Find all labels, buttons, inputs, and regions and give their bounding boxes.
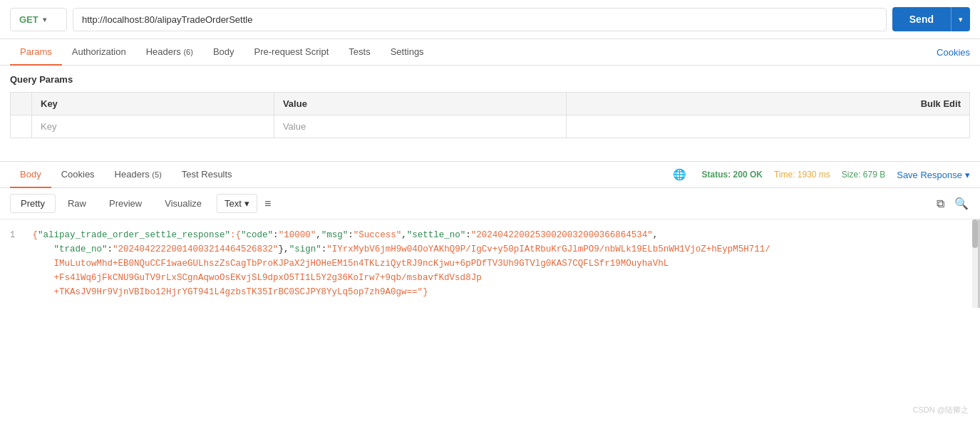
save-response-button[interactable]: Save Response ▾ [897,170,970,180]
format-bar: Pretty Raw Preview Visualize Text ▾ ≡ ⧉ … [0,188,980,219]
params-table: Key Value Bulk Edit Key Value [10,92,970,138]
checkbox-header [11,93,32,115]
code-line-1: 1 {"alipay_trade_order_settle_response":… [10,228,968,242]
format-bar-right: ⧉ 🔍 [935,195,970,212]
response-code-wrapper: 1 {"alipay_trade_order_settle_response":… [0,219,980,308]
send-dropdown-button[interactable]: ▾ [951,7,970,31]
code-line-3: IMuLutowMhd+EB0NQuCCF1waeGULhszZsCagTbPr… [10,257,968,271]
status-badge: Status: 200 OK [702,170,763,180]
save-response-chevron-icon: ▾ [965,170,970,180]
response-tabs-bar: Body Cookies Headers (5) Test Results 🌐 … [0,162,980,188]
text-type-label: Text [225,198,242,209]
search-button[interactable]: 🔍 [953,195,970,212]
code-content-3: IMuLutowMhd+EB0NQuCCF1waeGULhszZsCagTbPr… [33,257,669,271]
send-btn-group: Send ▾ [892,7,970,31]
table-row: Key Value [11,115,970,138]
code-content-5: +TKAsJV9Hr9VjnVBIbo12HjrYGT941L4gzbsTK35… [33,285,428,299]
method-label: GET [19,14,38,25]
response-headers-badge: (5) [152,170,161,179]
fmt-preview-button[interactable]: Preview [98,194,153,213]
cookies-link[interactable]: Cookies [937,47,970,58]
query-params-section: Query Params Key Value Bulk Edit Key Val… [0,66,980,147]
key-cell[interactable]: Key [32,115,274,138]
send-button[interactable]: Send [892,7,951,31]
tab-response-body[interactable]: Body [10,162,51,188]
tab-tests[interactable]: Tests [339,39,380,66]
tab-settings[interactable]: Settings [381,39,434,66]
tab-params[interactable]: Params [10,39,62,66]
query-params-title: Query Params [10,74,970,85]
method-chevron-icon: ▾ [43,16,46,24]
code-content-2: "trade_no":"2024042222001400321446452683… [33,242,770,257]
response-section: Body Cookies Headers (5) Test Results 🌐 … [0,161,980,308]
line-number-3 [10,257,27,257]
tab-response-headers[interactable]: Headers (5) [105,162,172,188]
fmt-visualize-button[interactable]: Visualize [154,194,212,213]
size-info: Size: 679 B [842,170,885,180]
code-line-2: "trade_no":"2024042222001400321446452683… [10,242,968,257]
tab-pre-request-script[interactable]: Pre-request Script [244,39,339,66]
url-bar: GET ▾ Send ▾ [0,0,980,39]
code-line-5: +TKAsJV9Hr9VjnVBIbo12HjrYGT941L4gzbsTK35… [10,285,968,299]
method-selector[interactable]: GET ▾ [10,8,67,31]
scrollbar-track[interactable] [972,219,978,308]
row-extra [567,115,970,138]
bulk-edit-header[interactable]: Bulk Edit [567,93,970,115]
code-content-4: +Fs4lWq6jFkCNU9GuTV9rLxSCgnAqwoOsEKvjSL9… [33,271,482,285]
tab-headers[interactable]: Headers (6) [136,39,203,66]
tab-body[interactable]: Body [203,39,244,66]
response-code-area: 1 {"alipay_trade_order_settle_response":… [0,219,978,308]
line-number-5 [10,285,27,286]
fmt-raw-button[interactable]: Raw [57,194,97,213]
tab-authorization[interactable]: Authorization [62,39,136,66]
row-checkbox[interactable] [11,115,32,138]
code-line-4: +Fs4lWq6jFkCNU9GuTV9rLxSCgnAqwoOsEKvjSL9… [10,271,968,285]
scrollbar-thumb[interactable] [972,219,978,248]
tab-response-cookies[interactable]: Cookies [51,162,105,188]
save-response-label: Save Response [897,170,962,180]
key-header: Key [32,93,274,115]
headers-badge: (6) [183,48,192,56]
copy-button[interactable]: ⧉ [935,195,946,212]
text-type-chevron-icon: ▾ [244,198,249,209]
response-status-info: 🌐 Status: 200 OK Time: 1930 ms Size: 679… [673,168,970,181]
url-input[interactable] [73,8,887,31]
filter-icon[interactable]: ≡ [264,197,271,210]
code-content-1: {"alipay_trade_order_settle_response":{"… [33,228,659,242]
time-info: Time: 1930 ms [774,170,830,180]
text-type-dropdown[interactable]: Text ▾ [217,194,257,213]
fmt-pretty-button[interactable]: Pretty [10,194,56,213]
line-number-2 [10,242,27,243]
tab-test-results[interactable]: Test Results [172,162,242,188]
line-number-4 [10,271,27,272]
request-tabs-bar: Params Authorization Headers (6) Body Pr… [0,39,980,66]
value-cell[interactable]: Value [274,115,566,138]
globe-icon: 🌐 [673,168,686,181]
line-number-1: 1 [10,228,27,242]
value-header: Value [274,93,566,115]
